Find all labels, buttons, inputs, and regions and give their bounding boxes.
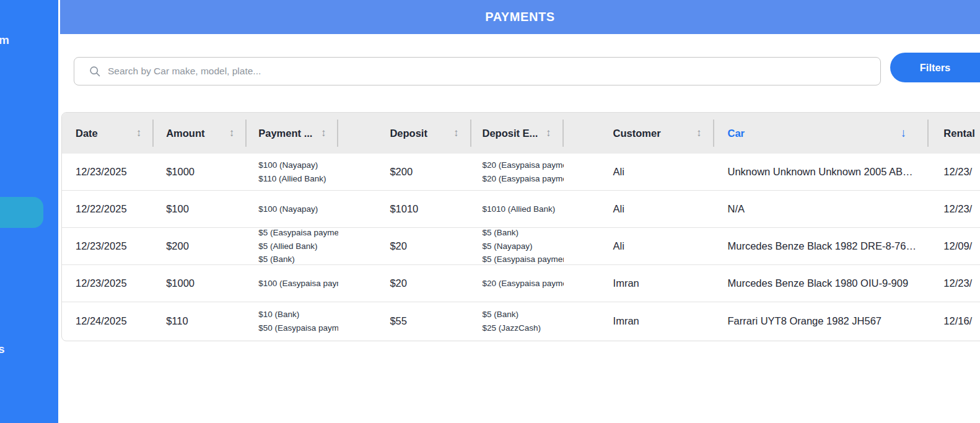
- cell-payment-methods: $10 (Bank) $50 (Easypaisa payment): [247, 302, 338, 340]
- cell-amount: $110: [154, 302, 247, 340]
- column-label: Date: [76, 128, 98, 139]
- cell-deposit-entries: $5 (Bank) $5 (Nayapay) $5 (Easypaisa pay…: [471, 228, 564, 264]
- cell-rental: 12/09/: [929, 228, 980, 264]
- cell-date: 12/23/2025: [62, 265, 154, 302]
- column-header-rental[interactable]: Rental: [929, 113, 980, 154]
- column-header-car[interactable]: Car ↓: [714, 113, 929, 154]
- cell-rental: 12/23/: [929, 191, 980, 227]
- cell-car: Unknown Unknown Unknown 2005 AB…: [714, 154, 929, 190]
- sidebar-active-item[interactable]: [0, 197, 43, 228]
- table-header-row: Date ↕ Amount ↕ Payment ... ↕ Deposit ↕ …: [62, 113, 980, 154]
- cell-date: 12/23/2025: [62, 228, 154, 264]
- sidebar-item-label-top[interactable]: m: [0, 33, 9, 47]
- column-header-payment-method[interactable]: Payment ... ↕: [247, 113, 338, 154]
- sort-icon[interactable]: ↕: [229, 127, 235, 139]
- column-label: Deposit: [390, 128, 427, 139]
- column-header-deposit-entries[interactable]: Deposit E... ↕: [471, 113, 564, 154]
- column-label: Rental: [943, 128, 974, 139]
- cell-payment-methods: $100 (Nayapay): [247, 191, 338, 227]
- cell-car: Farrari UYT8 Orange 1982 JH567: [714, 302, 929, 340]
- cell-customer: Ali: [564, 191, 714, 227]
- column-label: Amount: [166, 128, 204, 139]
- cell-deposit-entries: $20 (Easypaisa payment) $20 (Easypaisa p…: [471, 154, 564, 190]
- column-header-date[interactable]: Date ↕: [62, 113, 154, 154]
- sort-icon[interactable]: ↕: [546, 127, 551, 139]
- sort-icon[interactable]: ↕: [321, 127, 326, 139]
- sort-desc-icon[interactable]: ↓: [901, 126, 907, 140]
- cell-rental: 12/16/: [929, 302, 980, 340]
- column-header-amount[interactable]: Amount ↕: [154, 113, 247, 154]
- table-row[interactable]: 12/22/2025 $100 $100 (Nayapay) $1010 $10…: [62, 191, 980, 228]
- cell-car: Murcedes Benze Black 1982 DRE-8-76…: [714, 228, 929, 264]
- column-label: Payment ...: [258, 128, 312, 139]
- cell-deposit-entries: $1010 (Allied Bank): [471, 191, 564, 227]
- page-header: PAYMENTS: [60, 0, 980, 34]
- cell-amount: $200: [154, 228, 247, 264]
- cell-deposit-entries: $20 (Easypaisa payment): [471, 265, 564, 302]
- cell-rental: 12/23/: [929, 265, 980, 302]
- column-label: Deposit E...: [483, 128, 538, 139]
- cell-amount: $1000: [154, 265, 247, 302]
- search-icon: [89, 65, 101, 77]
- table-row[interactable]: 12/23/2025 $1000 $100 (Nayapay) $110 (Al…: [62, 154, 980, 191]
- sort-icon[interactable]: ↕: [136, 127, 142, 139]
- cell-car: Murcedes Benze Black 1980 OIU-9-909: [714, 265, 929, 302]
- cell-date: 12/23/2025: [62, 154, 154, 190]
- cell-customer: Imran: [564, 265, 714, 302]
- cell-payment-methods: $5 (Easypaisa payment) $5 (Allied Bank) …: [247, 228, 338, 264]
- sort-icon[interactable]: ↕: [696, 127, 702, 139]
- sidebar: m s: [0, 0, 58, 423]
- cell-deposit: $20: [338, 228, 471, 264]
- table-row[interactable]: 12/24/2025 $110 $10 (Bank) $50 (Easypais…: [62, 302, 980, 340]
- search-box[interactable]: [74, 57, 881, 85]
- cell-payment-methods: $100 (Nayapay) $110 (Allied Bank): [247, 154, 338, 190]
- column-header-customer[interactable]: Customer ↕: [564, 113, 714, 154]
- cell-rental: 12/23/: [929, 154, 980, 190]
- payments-table: Date ↕ Amount ↕ Payment ... ↕ Deposit ↕ …: [61, 112, 980, 341]
- column-label: Car: [728, 128, 745, 139]
- cell-deposit: $1010: [338, 191, 471, 227]
- cell-date: 12/22/2025: [62, 191, 154, 227]
- cell-amount: $100: [154, 191, 247, 227]
- page-title: PAYMENTS: [485, 10, 555, 24]
- search-input[interactable]: [108, 66, 870, 77]
- cell-payment-methods: $100 (Easypaisa payment): [247, 265, 338, 302]
- sort-icon[interactable]: ↕: [453, 127, 459, 139]
- cell-customer: Imran: [564, 302, 714, 340]
- cell-date: 12/24/2025: [62, 302, 154, 340]
- cell-customer: Ali: [564, 228, 714, 264]
- table-row[interactable]: 12/23/2025 $1000 $100 (Easypaisa payment…: [62, 265, 980, 302]
- cell-deposit-entries: $5 (Bank) $25 (JazzCash): [471, 302, 564, 340]
- cell-amount: $1000: [154, 154, 247, 190]
- cell-deposit: $200: [338, 154, 471, 190]
- cell-car: N/A: [714, 191, 929, 227]
- cell-deposit: $20: [338, 265, 471, 302]
- cell-deposit: $55: [338, 302, 471, 340]
- cell-customer: Ali: [564, 154, 714, 190]
- sidebar-item-label-bottom[interactable]: s: [0, 342, 5, 356]
- column-header-deposit[interactable]: Deposit ↕: [338, 113, 471, 154]
- column-label: Customer: [613, 128, 661, 139]
- table-row[interactable]: 12/23/2025 $200 $5 (Easypaisa payment) $…: [62, 228, 980, 265]
- filters-button[interactable]: Filters: [890, 53, 980, 82]
